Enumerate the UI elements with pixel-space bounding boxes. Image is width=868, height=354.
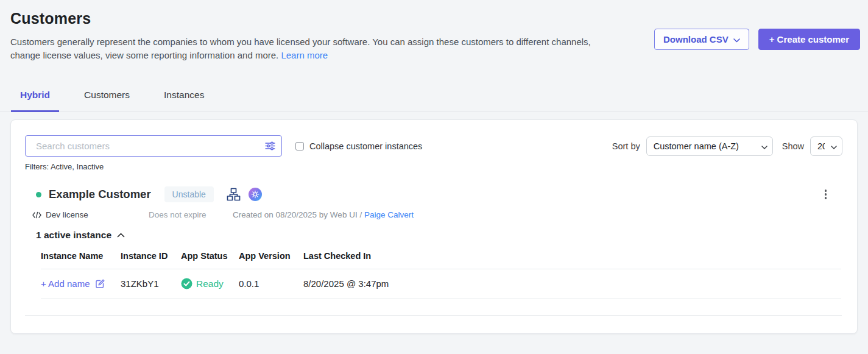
ready-check-icon xyxy=(181,278,192,289)
col-app-version: App Version xyxy=(239,251,303,261)
chevron-up-icon xyxy=(117,233,125,238)
app-status-cell: Ready xyxy=(181,278,239,289)
license-type: Dev license xyxy=(32,210,149,219)
collapse-instances-label: Collapse customer instances xyxy=(309,141,422,151)
col-instance-id: Instance ID xyxy=(121,251,181,261)
instance-name-cell: + Add name xyxy=(41,278,121,289)
last-checked-in-cell: 8/20/2025 @ 3:47pm xyxy=(303,278,841,289)
active-filters-text: Filters: Active, Inactive xyxy=(25,162,842,171)
col-instance-name: Instance Name xyxy=(41,251,121,261)
license-type-label: Dev license xyxy=(46,210,88,219)
toolbar-right: Sort by Customer name (A-Z) Show 20 xyxy=(612,136,842,156)
add-name-link[interactable]: + Add name xyxy=(41,278,90,289)
page-title: Customers xyxy=(10,10,858,27)
col-last-checked-in: Last Checked In xyxy=(303,251,841,261)
instances-summary: 1 active instance xyxy=(36,230,111,241)
sort-select-wrapper: Customer name (A-Z) xyxy=(646,136,773,156)
license-row: Dev license Does not expire Created on 0… xyxy=(32,210,842,219)
customer-type-icons xyxy=(227,188,262,201)
edit-icon[interactable] xyxy=(95,278,105,289)
collapse-instances-checkbox[interactable] xyxy=(295,142,304,150)
sort-select[interactable]: Customer name (A-Z) xyxy=(646,136,773,156)
tab-hybrid[interactable]: Hybrid xyxy=(11,80,59,112)
page-header: Customers Customers generally represent … xyxy=(0,0,868,62)
instances-table-header: Instance Name Instance ID App Status App… xyxy=(41,251,841,269)
customers-card: Collapse customer instances Sort by Cust… xyxy=(10,119,858,334)
header-actions: Download CSV + Create customer xyxy=(654,29,860,50)
download-csv-button[interactable]: Download CSV xyxy=(654,29,749,50)
download-csv-label: Download CSV xyxy=(663,34,729,44)
license-expiry: Does not expire xyxy=(149,210,233,219)
channel-badge: Unstable xyxy=(164,186,214,202)
license-created: Created on 08/20/2025 by Web UI / Paige … xyxy=(233,210,414,219)
tab-instances[interactable]: Instances xyxy=(155,80,213,112)
search-wrapper xyxy=(25,135,282,157)
customer-menu-kebab-icon[interactable] xyxy=(822,187,830,202)
instances-table: Instance Name Instance ID App Status App… xyxy=(41,251,841,299)
customer-name[interactable]: Example Customer xyxy=(49,188,151,201)
app-version-cell: 0.0.1 xyxy=(239,278,303,289)
instance-table-row: + Add name 31ZKbY1 Ready 0.0.1 xyxy=(41,269,841,299)
chevron-down-icon xyxy=(733,34,740,44)
tab-customers[interactable]: Customers xyxy=(75,80,139,112)
card-toolbar: Collapse customer instances Sort by Cust… xyxy=(25,135,842,157)
instance-hierarchy-icon xyxy=(227,188,241,201)
col-app-status: App Status xyxy=(181,251,239,261)
app-status-label: Ready xyxy=(196,278,224,289)
kubernetes-icon xyxy=(249,188,262,201)
search-filter-sliders-icon[interactable] xyxy=(264,140,276,152)
learn-more-link[interactable]: Learn more xyxy=(281,50,328,60)
show-select-wrapper: 20 xyxy=(810,136,842,156)
customers-page: Customers Customers generally represent … xyxy=(0,0,868,354)
active-status-dot-icon xyxy=(36,192,41,197)
customer-block-divider xyxy=(25,315,842,316)
customer-row-header: Example Customer Unstable xyxy=(25,186,842,202)
search-input[interactable] xyxy=(25,135,282,157)
instances-collapse-toggle[interactable]: 1 active instance xyxy=(36,230,125,241)
collapse-instances-toggle[interactable]: Collapse customer instances xyxy=(295,141,422,151)
show-label: Show xyxy=(782,141,804,151)
instance-id-cell: 31ZKbY1 xyxy=(121,278,181,289)
page-description: Customers generally represent the compan… xyxy=(10,35,598,62)
created-by-link[interactable]: Paige Calvert xyxy=(364,210,414,219)
create-customer-button[interactable]: + Create customer xyxy=(758,29,860,50)
sort-by-label: Sort by xyxy=(612,141,640,151)
created-text: Created on 08/20/2025 by Web UI / xyxy=(233,210,364,219)
show-select[interactable]: 20 xyxy=(810,136,842,156)
tab-bar: Hybrid Customers Instances xyxy=(0,80,868,112)
code-icon xyxy=(32,211,41,219)
